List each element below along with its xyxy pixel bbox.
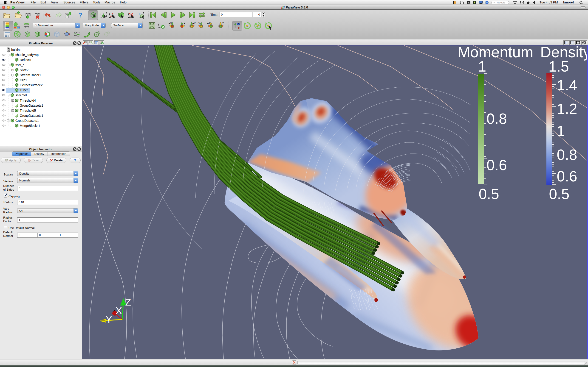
svg-text:Google: Google	[497, 1, 505, 4]
svg-text:0.8: 0.8	[486, 110, 507, 127]
svg-text:0.8: 0.8	[557, 147, 577, 163]
svg-text:1.5: 1.5	[548, 58, 569, 75]
svg-text:-X: -X	[183, 22, 186, 25]
svg-text:+X: +X	[169, 22, 172, 25]
svg-text:Z: Z	[125, 297, 131, 308]
svg-text:+Y: +Y	[192, 22, 196, 25]
svg-text:1.4: 1.4	[557, 77, 577, 94]
svg-text:0.6: 0.6	[486, 157, 507, 173]
svg-text:0.5: 0.5	[479, 186, 499, 202]
svg-text:?: ?	[78, 11, 82, 19]
svg-text:-Z: -Z	[221, 22, 224, 25]
svg-text:-Y: -Y	[198, 22, 200, 25]
svg-text:1.2: 1.2	[557, 101, 577, 117]
svg-text:0.6: 0.6	[557, 168, 577, 185]
svg-text:X: X	[115, 305, 122, 316]
svg-text:1: 1	[478, 58, 486, 75]
svg-text:Y: Y	[106, 314, 112, 325]
svg-text:0.5: 0.5	[549, 186, 569, 202]
svg-text:+Z: +Z	[207, 22, 210, 25]
svg-text:Momentum: Momentum	[458, 45, 533, 60]
svg-text:1: 1	[557, 123, 565, 139]
